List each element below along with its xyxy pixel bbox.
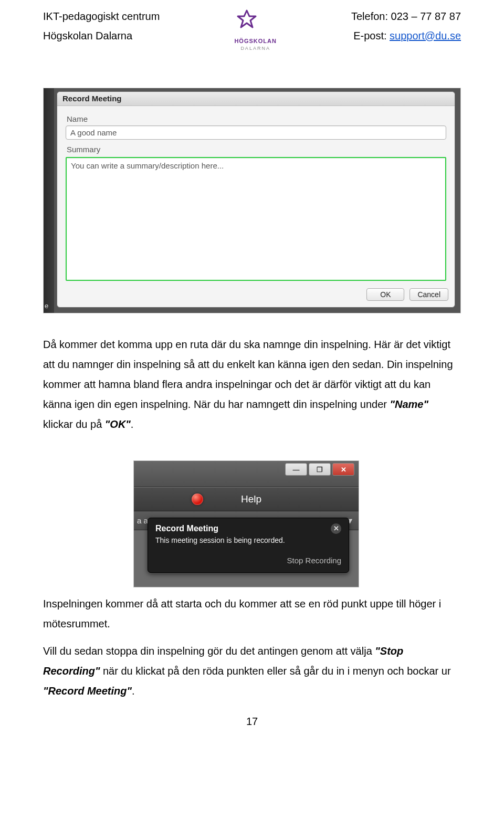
paragraph-2: Inspelningen kommer då att starta och du… xyxy=(43,594,461,634)
header-school: Högskolan Dalarna xyxy=(43,30,160,42)
stop-recording-link[interactable]: Stop Recording xyxy=(155,556,341,565)
term-name: "Name" xyxy=(390,398,428,410)
toast-message: This meeting session is being recorded. xyxy=(155,536,341,544)
paragraph-1: Då kommer det komma upp en ruta där du s… xyxy=(43,334,461,434)
summary-textarea[interactable]: You can write a summary/description here… xyxy=(67,158,445,280)
logo-subtext: DALARNA xyxy=(234,46,277,51)
recording-toast: Record Meeting ✕ This meeting session is… xyxy=(148,518,349,573)
help-menu[interactable]: Help xyxy=(241,493,261,505)
window-maximize-icon[interactable]: ❐ xyxy=(309,463,331,476)
term-ok: "OK" xyxy=(105,418,131,430)
edge-fragment: e xyxy=(45,302,48,310)
toast-title: Record Meeting xyxy=(155,524,218,533)
cancel-button[interactable]: Cancel xyxy=(410,288,448,301)
name-label: Name xyxy=(67,114,445,123)
logo-text: HÖGSKOLAN xyxy=(234,38,277,44)
recording-toast-screenshot: — ❐ ✕ Help a ar ≡ ▾ Record Meeting ✕ Thi… xyxy=(133,460,359,587)
summary-label: Summary xyxy=(67,145,445,154)
name-input[interactable] xyxy=(66,125,446,140)
record-meeting-dialog: Record Meeting Name Summary You can writ… xyxy=(57,91,455,308)
toast-close-icon[interactable]: ✕ xyxy=(331,523,341,534)
recording-indicator-icon[interactable] xyxy=(192,493,203,505)
support-email-link[interactable]: support@du.se xyxy=(390,30,461,41)
header-org: IKT-pedagogiskt centrum xyxy=(43,10,160,23)
ok-button[interactable]: OK xyxy=(366,288,404,301)
paragraph-3: Vill du sedan stoppa din inspelning gör … xyxy=(43,641,461,701)
dialog-title: Record Meeting xyxy=(57,92,455,106)
window-minimize-icon[interactable]: — xyxy=(285,463,307,476)
page-number: 17 xyxy=(43,716,461,728)
window-close-icon[interactable]: ✕ xyxy=(332,463,354,476)
record-meeting-dialog-screenshot: e Record Meeting Name Summary You can wr… xyxy=(43,88,461,313)
term-record-meeting: "Record Meeting" xyxy=(43,685,132,697)
header-email: E-post: support@du.se xyxy=(351,30,461,42)
school-logo: HÖGSKOLAN DALARNA xyxy=(234,8,277,51)
document-header: IKT-pedagogiskt centrum Högskolan Dalarn… xyxy=(43,10,461,51)
header-phone: Telefon: 023 – 77 87 87 xyxy=(351,10,461,23)
